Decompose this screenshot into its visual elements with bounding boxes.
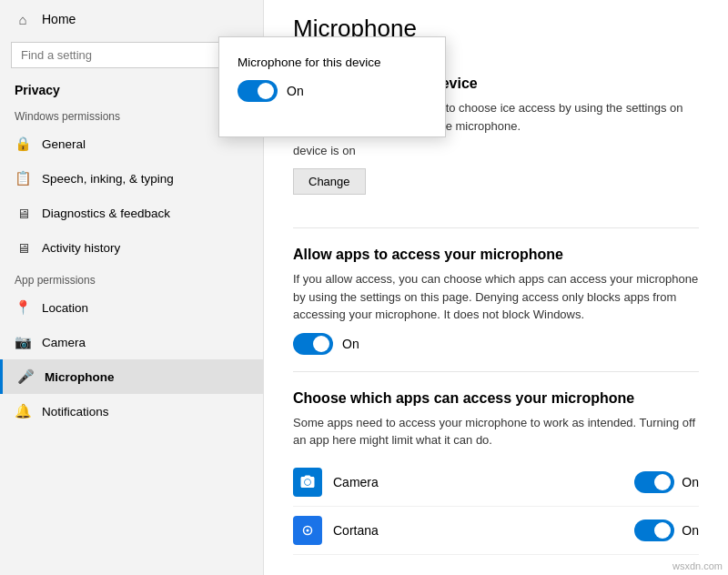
popup-toggle[interactable] (238, 80, 278, 102)
popup-overlay: Microphone for this device On (0, 0, 728, 575)
popup: Microphone for this device On (218, 36, 446, 137)
watermark: wsxdn.com (672, 560, 723, 571)
popup-toggle-label: On (287, 84, 304, 98)
app-container: ⌂ Home Privacy Windows permissions 🔒 Gen… (0, 0, 728, 575)
popup-toggle-row: On (238, 80, 427, 102)
popup-title: Microphone for this device (238, 55, 427, 69)
